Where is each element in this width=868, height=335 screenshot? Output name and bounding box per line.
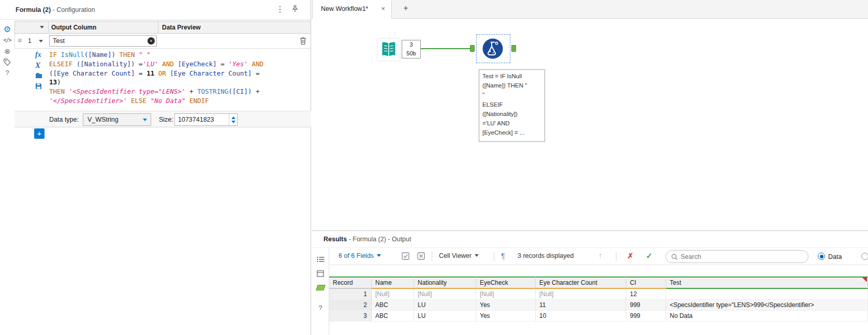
results-title: Results - Formula (2) - Output	[323, 236, 411, 243]
fields-dropdown[interactable]: 6 of 6 Fields	[339, 252, 381, 259]
panel-menu-icon[interactable]: ⋮	[275, 4, 285, 14]
formula-tool[interactable]	[480, 36, 505, 63]
data-radio[interactable]	[818, 253, 825, 260]
green-parallelogram-icon	[316, 285, 326, 290]
chevron-down-icon[interactable]	[39, 40, 43, 42]
search-box[interactable]	[666, 250, 808, 263]
code-line[interactable]: '</SpecsIdentifier>' ELSE "No Data" ENDI…	[49, 96, 263, 106]
results-cell[interactable]: ABC	[372, 300, 414, 311]
code-line[interactable]: IF IsNull([Name]) THEN " "	[49, 50, 263, 60]
data-type-label: Data type:	[49, 116, 79, 123]
results-cell[interactable]: 11	[536, 300, 626, 311]
divider	[494, 252, 494, 261]
divider	[616, 252, 616, 261]
table-row: 1[Null][Null][Null][Null]12	[329, 289, 868, 300]
data-type-select[interactable]: V_WString	[83, 113, 151, 126]
results-cell[interactable]: [Null]	[476, 289, 536, 300]
code-view-icon[interactable]: </>	[0, 35, 14, 46]
tool-annotation[interactable]: Test = IF IsNull ([Name]) THEN " " ELSEI…	[479, 69, 545, 142]
results-subtitle: - Formula (2) - Output	[347, 236, 411, 243]
deselect-all-icon[interactable]	[417, 252, 425, 261]
output-column-input[interactable]	[49, 35, 157, 47]
chevron-down-icon	[377, 254, 381, 257]
constants-icon[interactable]	[35, 70, 49, 81]
results-cell[interactable]: No Data	[666, 311, 868, 322]
help-icon[interactable]: ?	[0, 67, 14, 78]
results-cell[interactable]: 12	[626, 289, 666, 300]
column-header-nationality[interactable]: Nationality	[414, 276, 476, 289]
column-header-eye-character-count[interactable]: Eye Character Count	[536, 276, 626, 289]
functions-icon[interactable]: fx	[35, 50, 49, 60]
add-column-button[interactable]: +	[34, 128, 45, 139]
results-cell[interactable]: 999	[626, 300, 666, 311]
tab-new-workflow1[interactable]: New Workflow1* ×	[312, 0, 392, 19]
step-up-icon[interactable]	[231, 116, 236, 119]
table-view-icon[interactable]	[312, 268, 329, 279]
results-cell[interactable]: 3	[329, 311, 372, 322]
size-input[interactable]	[175, 114, 229, 125]
step-down-icon[interactable]	[231, 121, 236, 123]
whitespace-toggle-icon[interactable]: ¶	[501, 252, 505, 260]
results-cell[interactable]: <SpecsIdentifier type="LENS>999</SpecsId…	[666, 300, 868, 311]
formula-code[interactable]: IF IsNull([Name]) THEN " "ELSEIF ([Natio…	[49, 50, 263, 106]
formula-output-anchor[interactable]	[511, 45, 516, 52]
metadata-radio[interactable]	[861, 253, 868, 260]
new-tab-button[interactable]: +	[400, 4, 412, 15]
column-header-eyecheck[interactable]: EyeCheck	[476, 276, 536, 289]
results-cell[interactable]: 2	[329, 300, 372, 311]
column-header-name[interactable]: Name	[372, 276, 414, 289]
cell-viewer-dropdown[interactable]: Cell Viewer	[439, 252, 479, 259]
errors-filter-icon[interactable]: ✗	[627, 252, 634, 260]
column-header-test[interactable]: Test	[666, 276, 868, 289]
formula-editor[interactable]: fx X IF IsNull([Name]) THEN " "ELSEIF ([…	[14, 49, 311, 112]
up-arrow-icon[interactable]: ↑	[598, 251, 602, 259]
results-cell[interactable]: LU	[414, 300, 476, 311]
select-all-checkbox-icon[interactable]	[402, 252, 409, 261]
results-cell[interactable]: LU	[414, 311, 476, 322]
configuration-panel: Formula (2) - Configuration ⋮ ⚙ </> ⊗ ? …	[0, 0, 311, 335]
columns-icon[interactable]: X	[35, 60, 49, 70]
size-stepper[interactable]	[229, 114, 237, 125]
results-cell[interactable]: 10	[536, 311, 626, 322]
code-line[interactable]: ELSEIF ([Nationality]) ='LU' AND [EyeChe…	[49, 60, 263, 69]
column-header-record[interactable]: Record	[329, 276, 372, 289]
output-anchor-icon[interactable]	[312, 282, 329, 293]
results-cell[interactable]: [Null]	[414, 289, 476, 300]
settings-gear-icon[interactable]: ⚙	[0, 24, 14, 35]
input-data-tool[interactable]	[377, 38, 401, 63]
results-cell[interactable]: 999	[626, 311, 666, 322]
workflow-canvas[interactable]: 3 50b Test = IF IsNull ([Name]) THEN " "…	[312, 19, 868, 230]
column-header-ci[interactable]: CI	[626, 276, 666, 289]
data-size: 50b	[402, 49, 420, 58]
results-cell[interactable]: 1	[329, 289, 372, 300]
record-count-annotation[interactable]: 3 50b	[402, 40, 421, 59]
tag-icon[interactable]	[0, 56, 14, 67]
results-cell[interactable]: [Null]	[536, 289, 626, 300]
cancel-icon[interactable]: ⊗	[0, 46, 14, 56]
code-line[interactable]: THEN '<SpecsIdentifier type="LENS>' + TO…	[49, 87, 263, 96]
size-field-wrap	[174, 113, 238, 126]
drag-handle-icon[interactable]: ≡	[18, 36, 22, 45]
chevron-down-icon[interactable]	[40, 26, 44, 28]
code-line[interactable]: 13)	[49, 78, 263, 87]
results-cell[interactable]: Yes	[476, 300, 536, 311]
results-header: Results - Formula (2) - Output	[312, 231, 868, 248]
results-panel: Results - Formula (2) - Output ? 6 of 6 …	[312, 230, 868, 335]
connection-line[interactable]	[421, 48, 470, 49]
results-cell[interactable]: [Null]	[372, 289, 414, 300]
formula-input-anchor[interactable]	[470, 45, 475, 52]
delete-row-icon[interactable]	[300, 37, 306, 47]
panel-subtitle: - Configuration	[51, 6, 95, 13]
pin-icon[interactable]	[292, 5, 298, 14]
clear-icon[interactable]: ×	[148, 37, 155, 45]
results-cell[interactable]: Yes	[476, 311, 536, 322]
success-filter-icon[interactable]: ✓	[646, 251, 653, 260]
saved-expressions-icon[interactable]	[35, 81, 49, 91]
results-cell[interactable]	[666, 289, 868, 300]
close-icon[interactable]: ×	[381, 5, 385, 12]
help-icon[interactable]: ?	[312, 302, 329, 313]
list-view-icon[interactable]	[312, 254, 329, 265]
results-cell[interactable]: ABC	[372, 311, 414, 322]
code-line[interactable]: ([Eye Character Count] = 11 OR [Eye Char…	[49, 69, 263, 78]
search-input[interactable]	[681, 251, 804, 262]
